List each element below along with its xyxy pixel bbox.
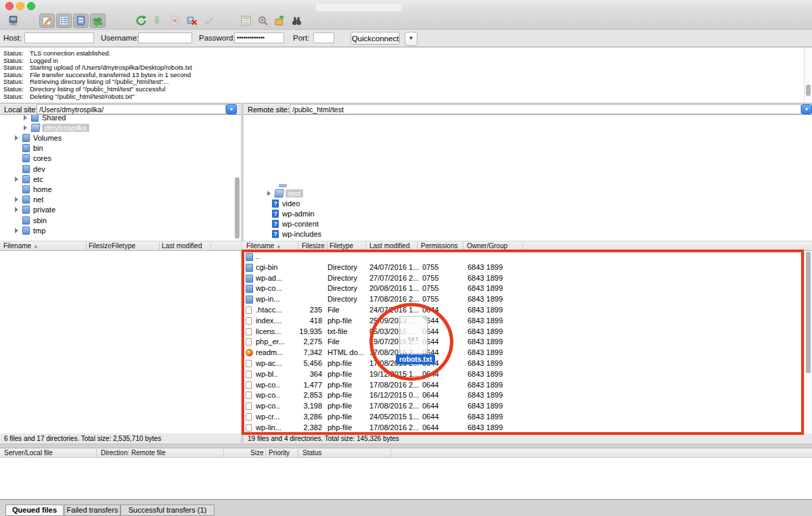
tree-item-net[interactable]: net: [15, 195, 241, 205]
local-site-input[interactable]: [37, 104, 226, 114]
folder-icon: [22, 154, 30, 162]
directory-listing-filters-icon[interactable]: [272, 14, 288, 28]
column-header-permissions[interactable]: Permissions: [421, 242, 457, 250]
tree-item-shared[interactable]: Shared: [24, 115, 241, 122]
tab-failed-transfers[interactable]: Failed transfers: [64, 505, 120, 516]
folder-icon: [22, 216, 30, 225]
zoom-button[interactable]: [27, 2, 35, 10]
local-tree-scrollbar-thumb[interactable]: [235, 177, 240, 239]
disclosure-spacer: [15, 218, 18, 223]
tab-successful-transfers-[interactable]: Successful transfers (1): [120, 505, 215, 516]
annotation-rectangle: [242, 250, 804, 435]
queue-column-server-local-file[interactable]: Server/Local file: [4, 449, 53, 456]
port-label: Port:: [293, 34, 309, 42]
local-site-dropdown-icon[interactable]: ▼: [226, 104, 237, 114]
disclosure-spacer: [15, 166, 18, 172]
column-header-owner-group[interactable]: Owner/Group: [467, 242, 508, 250]
minimize-button[interactable]: [16, 2, 24, 10]
disclosure-triangle-icon[interactable]: [15, 197, 18, 202]
queue-column-size[interactable]: Size: [250, 449, 263, 456]
toggle-transfer-queue-icon[interactable]: [90, 14, 106, 28]
tree-item-dev[interactable]: dev: [15, 164, 241, 174]
disclosure-triangle-icon[interactable]: [15, 207, 18, 212]
tree-item-home[interactable]: home: [15, 184, 241, 194]
log-line-message: Retrieving directory listing of "/public…: [30, 78, 168, 85]
log-scrollbar[interactable]: [804, 47, 812, 103]
cancel-operation-icon[interactable]: [167, 14, 183, 28]
column-header-filetype[interactable]: Filetype: [112, 242, 135, 250]
tree-item-wp-includes[interactable]: ?wp-includes: [272, 229, 812, 239]
toggle-log-icon[interactable]: [39, 14, 55, 28]
disconnect-icon[interactable]: [184, 14, 200, 28]
column-header-filename[interactable]: Filename∧: [246, 242, 280, 250]
tree-item-tmp[interactable]: tmp: [15, 225, 241, 235]
disclosure-triangle-icon[interactable]: [15, 177, 18, 182]
log-line-message: File transfer successful, transferred 13…: [30, 72, 191, 78]
column-header-last-modified[interactable]: Last modified: [369, 242, 409, 250]
tree-item-sbin[interactable]: sbin: [15, 215, 241, 225]
column-header-filesize[interactable]: Filesize: [89, 242, 112, 250]
log-line: Status:File transfer successful, transfe…: [0, 72, 804, 78]
disclosure-triangle-icon[interactable]: [267, 191, 271, 196]
tree-item-test[interactable]: test: [267, 188, 812, 198]
log-line-label: Status:: [3, 93, 24, 100]
tree-item-private[interactable]: private: [15, 205, 241, 215]
queue-column-status[interactable]: Status: [302, 449, 321, 456]
tree-item-volumes[interactable]: Volumes: [15, 133, 241, 143]
password-input[interactable]: [234, 32, 284, 43]
scrollbar-thumb[interactable]: [806, 252, 811, 373]
column-header-filename[interactable]: Filename∧: [3, 242, 37, 250]
disclosure-triangle-icon[interactable]: [15, 135, 18, 141]
username-input[interactable]: [138, 32, 192, 43]
column-header-filesize[interactable]: Filesize: [302, 242, 325, 250]
remote-site-input[interactable]: [290, 104, 801, 114]
disclosure-triangle-icon[interactable]: [24, 115, 27, 120]
column-divider: [390, 449, 391, 457]
tree-item-etc[interactable]: etc: [15, 174, 241, 184]
close-button[interactable]: [5, 2, 14, 10]
column-divider: [298, 449, 298, 457]
remote-site-dropdown-icon[interactable]: ▼: [801, 104, 812, 114]
log-line: Status:Logged in: [0, 57, 804, 64]
directory-comparison-icon[interactable]: [238, 14, 254, 28]
queue-column-priority[interactable]: Priority: [269, 449, 290, 456]
column-divider: [223, 449, 224, 457]
tree-item-wp-admin[interactable]: ?wp-admin: [272, 208, 812, 218]
scrollbar-thumb[interactable]: [806, 85, 811, 96]
disclosure-triangle-icon[interactable]: [15, 228, 18, 233]
refresh-icon[interactable]: [133, 14, 149, 28]
tree-item-dmytrospilka[interactable]: dmytrospilka: [24, 122, 241, 133]
disclosure-triangle-icon[interactable]: [24, 125, 27, 131]
column-header-filetype[interactable]: Filetype: [330, 242, 353, 250]
synchronized-browsing-icon[interactable]: [255, 14, 271, 28]
tree-item-label: net: [33, 195, 43, 204]
quickconnect-dropdown-icon[interactable]: ▼: [405, 32, 418, 46]
quickconnect-button[interactable]: Quickconnect: [351, 32, 400, 45]
tree-item-bin[interactable]: bin: [15, 143, 241, 154]
log-line-label: Status:: [3, 64, 24, 71]
toolbar: [0, 12, 812, 30]
queue-column-direction[interactable]: Direction: [101, 449, 127, 456]
tree-item-wp-content[interactable]: ?wp-content: [272, 218, 812, 229]
tree-item-label: sbin: [33, 216, 47, 225]
reconnect-icon[interactable]: [201, 14, 217, 28]
file-search-icon[interactable]: [289, 14, 304, 28]
tree-item-cores[interactable]: cores: [15, 154, 241, 164]
toggle-remote-tree-icon[interactable]: [73, 14, 89, 28]
site-manager-icon[interactable]: [5, 14, 21, 28]
file-fold-corner: [421, 316, 428, 323]
log-line-label: Status:: [3, 72, 24, 78]
local-file-list[interactable]: [0, 251, 241, 433]
tree-item-label: Shared: [42, 115, 66, 122]
tree-item-video[interactable]: ?video: [272, 198, 812, 208]
port-input[interactable]: [313, 32, 334, 43]
tree-item-label: private: [33, 206, 55, 214]
host-input[interactable]: [24, 32, 94, 43]
folder-icon: [31, 115, 39, 122]
tab-queued-files[interactable]: Queued files: [5, 505, 64, 516]
toggle-local-tree-icon[interactable]: [56, 14, 72, 28]
column-header-last-modified[interactable]: Last modified: [162, 242, 202, 250]
process-queue-icon[interactable]: [150, 14, 166, 28]
remote-list-scrollbar[interactable]: [804, 251, 812, 433]
queue-column-remote-file[interactable]: Remote file: [131, 449, 166, 456]
